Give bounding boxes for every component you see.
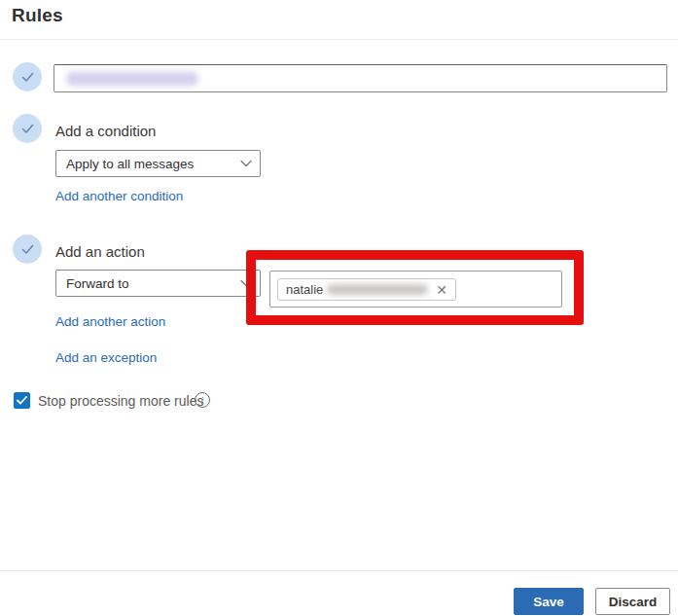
stop-processing-label: Stop processing more rules	[38, 393, 203, 409]
chevron-down-icon	[240, 279, 252, 287]
remove-recipient-icon[interactable]: ✕	[432, 283, 447, 297]
recipient-chip-text: natalie	[286, 282, 323, 297]
action-dropdown-value: Forward to	[66, 276, 240, 291]
step-complete-icon	[13, 114, 42, 143]
action-heading: Add an action	[55, 243, 145, 260]
checkmark-icon	[21, 72, 34, 83]
header-divider	[0, 39, 678, 40]
footer-divider	[0, 570, 678, 571]
step-complete-icon	[13, 62, 42, 91]
add-exception-link[interactable]: Add an exception	[55, 350, 157, 365]
condition-heading: Add a condition	[55, 123, 156, 139]
checkmark-icon	[21, 124, 34, 134]
forward-to-recipient-input[interactable]: natalie ✕	[269, 271, 562, 308]
redacted-email-domain	[327, 284, 428, 295]
action-dropdown[interactable]: Forward to	[55, 270, 261, 297]
condition-dropdown[interactable]: Apply to all messages	[55, 150, 261, 177]
add-another-action-link[interactable]: Add another action	[55, 314, 165, 329]
info-icon[interactable]: i	[195, 392, 210, 408]
checkmark-icon	[21, 244, 34, 255]
save-button[interactable]: Save	[514, 588, 584, 615]
checkmark-icon	[17, 396, 27, 405]
rule-name-input[interactable]	[54, 64, 667, 92]
condition-dropdown-value: Apply to all messages	[66, 157, 240, 171]
step-complete-icon	[13, 235, 42, 264]
recipient-chip: natalie ✕	[277, 278, 456, 301]
redacted-rule-name	[66, 72, 198, 86]
chevron-down-icon	[240, 160, 252, 167]
add-another-condition-link[interactable]: Add another condition	[55, 189, 183, 203]
page-title: Rules	[12, 5, 63, 26]
stop-processing-checkbox[interactable]	[14, 392, 30, 409]
discard-button[interactable]: Discard	[595, 588, 670, 615]
